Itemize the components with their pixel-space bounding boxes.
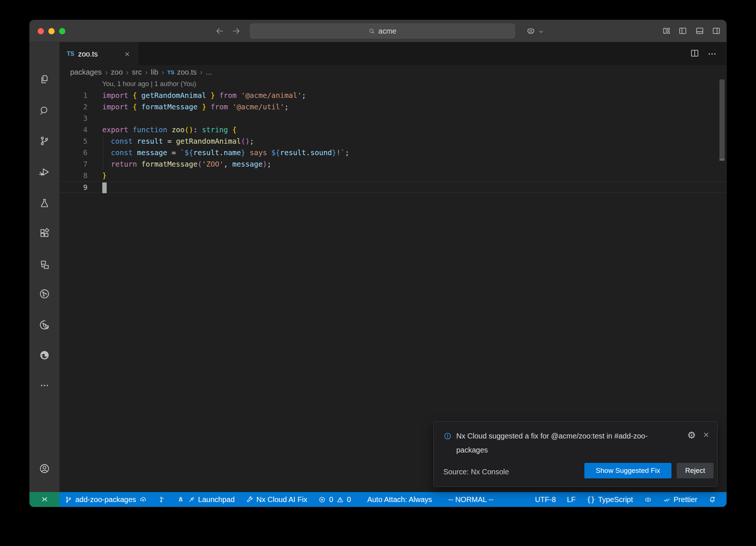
line-number: 4 <box>59 124 87 136</box>
rocket-icon <box>177 496 185 504</box>
breadcrumb-separator: › <box>200 68 203 76</box>
eol-status[interactable]: LF <box>567 495 575 504</box>
extensions-icon[interactable] <box>30 224 59 242</box>
code-line[interactable]: 9 <box>59 181 726 193</box>
code-token: '@acme/util' <box>232 103 284 111</box>
code-token: formatMessage <box>141 103 198 111</box>
breadcrumb-item[interactable]: lib <box>151 68 158 76</box>
formatter-status[interactable]: Prettier <box>663 495 697 504</box>
minimize-window-button[interactable] <box>48 28 55 34</box>
code-token: = <box>167 149 180 157</box>
line-number: 2 <box>59 101 87 113</box>
explorer-icon[interactable] <box>30 70 59 88</box>
code-token: { <box>133 91 137 100</box>
ts-file-icon: TS <box>67 51 74 57</box>
search-icon <box>368 28 375 35</box>
code-token: result <box>137 137 163 146</box>
launchpad-label: Launchpad <box>198 495 235 504</box>
split-editor-icon[interactable] <box>690 48 700 58</box>
cloud-upload-icon <box>139 496 147 504</box>
code-token <box>102 149 111 157</box>
launchpad-status[interactable]: Launchpad <box>177 495 235 504</box>
zoom-window-button[interactable] <box>59 28 65 34</box>
vim-mode-status[interactable]: -- NORMAL -- <box>448 495 494 504</box>
code-token: . <box>219 149 224 157</box>
git-branch-status[interactable]: add-zoo-packages <box>65 495 147 504</box>
testing-icon[interactable] <box>30 194 59 212</box>
code-token: export <box>102 126 128 134</box>
chevron-down-icon[interactable] <box>538 29 544 35</box>
plug-icon <box>188 496 195 504</box>
close-window-button[interactable] <box>38 28 44 34</box>
edge-browser-icon[interactable] <box>30 346 59 364</box>
reject-button[interactable]: Reject <box>677 463 714 478</box>
copilot-status[interactable] <box>644 496 652 504</box>
show-suggested-fix-button[interactable]: Show Suggested Fix <box>584 463 671 478</box>
nx-console-icon[interactable] <box>30 285 59 303</box>
toggle-secondary-sidebar-icon[interactable] <box>711 26 721 36</box>
encoding-status[interactable]: UTF-8 <box>535 495 556 504</box>
code-line[interactable]: 7 return formatMessage('ZOO', message); <box>59 158 726 170</box>
breadcrumb-item[interactable]: zoo <box>111 68 123 76</box>
language-status[interactable]: {} TypeScript <box>587 495 633 504</box>
code-token <box>137 160 141 168</box>
scrollbar[interactable] <box>719 79 725 161</box>
auto-attach-status[interactable]: Auto Attach: Always <box>367 495 432 504</box>
ts-file-icon: TS <box>167 69 174 75</box>
code-token: message <box>232 160 262 168</box>
code-line[interactable]: 8} <box>59 170 726 181</box>
search-icon[interactable] <box>30 102 59 119</box>
code-token: message <box>137 149 167 157</box>
notification-source: Source: Nx Console <box>443 468 509 476</box>
code-line[interactable]: 1import { getRandomAnimal } from '@acme/… <box>59 90 726 101</box>
breadcrumb-item[interactable]: src <box>132 68 142 76</box>
breadcrumb[interactable]: packages›zoo›src›lib›TSzoo.ts›... <box>59 66 726 78</box>
close-icon[interactable] <box>702 431 710 438</box>
breadcrumb-item[interactable]: packages <box>70 68 102 76</box>
branch-name: add-zoo-packages <box>75 495 136 504</box>
toggle-primary-sidebar-icon[interactable] <box>678 26 688 36</box>
code-line[interactable]: 6 const message = `${result.name} says $… <box>59 147 726 158</box>
back-arrow-icon[interactable] <box>213 25 226 37</box>
code-line[interactable]: 4export function zoo(): string { <box>59 124 726 136</box>
nx-cloud-icon[interactable] <box>30 316 59 334</box>
tab-zoo-ts[interactable]: TS zoo.ts <box>59 42 138 66</box>
code-token: ${ <box>185 149 193 157</box>
code-line[interactable]: 2import { formatMessage } from '@acme/ut… <box>59 101 726 113</box>
breadcrumb-item[interactable]: ... <box>206 68 212 76</box>
nx-cloud-fix-label: Nx Cloud AI Fix <box>257 495 307 504</box>
screen: { "title_bar": { "search_value": "acme",… <box>0 0 756 546</box>
code-token: name <box>224 149 241 157</box>
source-control-icon[interactable] <box>30 132 59 150</box>
code-line[interactable]: 5 const result = getRandomAnimal(); <box>59 136 726 147</box>
info-icon <box>443 432 452 440</box>
wrench-icon <box>246 496 254 504</box>
remote-indicator[interactable] <box>30 492 59 507</box>
run-debug-icon[interactable] <box>30 163 59 181</box>
forward-arrow-icon[interactable] <box>230 25 243 37</box>
command-center-search[interactable]: acme <box>250 24 515 38</box>
code-token: from <box>219 91 237 100</box>
code-token: '@acme/animal' <box>241 91 302 100</box>
code-token: = <box>163 137 176 146</box>
nx-cloud-fix-status[interactable]: Nx Cloud AI Fix <box>246 495 307 504</box>
hierarchy-icon[interactable] <box>30 256 59 273</box>
commit-graph-status[interactable] <box>158 496 166 504</box>
problems-status[interactable]: 0 0 <box>318 495 351 504</box>
account-icon[interactable] <box>30 460 59 477</box>
code-line[interactable]: 3 <box>59 113 726 124</box>
toggle-panel-icon[interactable] <box>695 26 705 36</box>
code-token: 'ZOO' <box>202 160 224 168</box>
code-token: : <box>193 126 202 134</box>
more-actions-icon[interactable] <box>707 50 717 58</box>
breadcrumb-item[interactable]: TSzoo.ts <box>167 68 197 76</box>
copilot-icon[interactable] <box>526 26 536 36</box>
gear-icon[interactable]: ⚙ <box>687 430 696 440</box>
notifications-bell[interactable] <box>708 496 716 504</box>
code-token: ` <box>180 149 185 157</box>
code-token: , <box>224 160 232 168</box>
close-tab-icon[interactable] <box>123 50 131 58</box>
line-number: 9 <box>59 182 87 193</box>
customize-layout-icon[interactable] <box>662 26 671 36</box>
more-icon[interactable] <box>30 376 59 394</box>
